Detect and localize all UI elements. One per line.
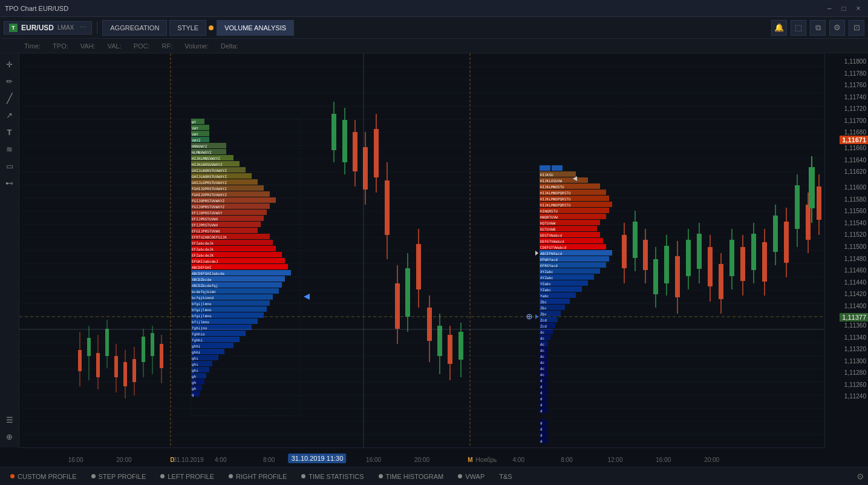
svg-text:dc: dc [540,336,545,340]
svg-rect-120 [331,114,336,150]
svg-rect-128 [374,129,379,177]
pencil-tool[interactable]: ✏ [2,74,17,88]
svg-text:HIJKLMNOPQRSTU: HIJKLMNOPQRSTU [540,191,571,195]
bottom-tab-vwap[interactable]: VWAP [451,470,491,483]
volume-analysis-button[interactable]: VOLUME ANALYSIS [217,20,294,36]
close-button[interactable]: × [853,4,863,13]
svg-text:EFZabcdeJk: EFZabcdeJk [192,247,214,251]
bottom-tab-custom-profile[interactable]: CUSTOM PROFILE [4,470,83,483]
svg-text:EFGIJPRSTUVWX: EFGIJPRSTUVWX [192,229,220,233]
svg-text:dc: dc [540,342,545,346]
price-axis: 1,118001,117801,117601,117401,117201,117… [824,53,868,447]
svg-rect-138 [427,308,432,341]
bottom-tab-left-profile[interactable]: LEFT PROFILE [154,470,221,483]
svg-rect-256 [697,234,702,269]
symbol-settings-icon[interactable]: ⋯ [80,24,86,31]
svg-rect-278 [809,167,815,208]
symbol-selector[interactable]: T EUR/USD LMAX ⋯ [4,21,92,35]
svg-text:fghijno: fghijno [192,326,207,331]
svg-text:HIJKSU: HIJKSU [540,173,553,177]
svg-rect-20 [142,337,145,362]
svg-text:ghhi: ghhi [192,344,201,349]
svg-text:Zbc: Zbc [540,300,547,304]
svg-rect-24 [160,344,163,368]
svg-text:EFWXYacd: EFWXYacd [540,257,558,262]
arrow-tool[interactable]: ↗ [2,108,17,122]
volume-label: Volume: [184,42,209,50]
svg-text:XBCDZbcde: XBCDZbcde [192,277,212,282]
svg-rect-134 [405,268,410,317]
style-button[interactable]: STYLE [169,20,206,36]
svg-text:VWY: VWY [192,132,198,136]
tab-label: LEFT PROFILE [168,473,214,480]
svg-text:Zbc: Zbc [540,306,547,310]
cursor-tool[interactable]: ✛ [2,57,17,71]
svg-rect-122 [342,120,347,162]
svg-text:HMNVWYZ: HMNVWYZ [192,144,207,148]
bottom-tabs: CUSTOM PROFILESTEP PROFILELEFT PROFILERI… [0,467,868,485]
bottom-settings-icon[interactable]: ⚙ [857,472,864,481]
info-bar: Time: TPO: VAH: VAL: POC: RF: Volume: De… [0,39,868,53]
price-label: 1,11760 [844,82,866,88]
svg-text:GHIJLNORSTUVWXYZ: GHIJLNORSTUVWXYZ [192,174,227,179]
chart-canvas: WY VWY VWY VWYZ HMNVWYZ HLMNVWXYZ H [19,53,824,447]
line-tool[interactable]: ╱ [2,91,17,105]
svg-text:bfgijlmno: bfgijlmno [192,314,212,318]
fib-tool[interactable]: ≋ [2,142,17,156]
time-label: 4:00 [215,457,226,463]
toolbar: T EUR/USD LMAX ⋯ AGGREGATION STYLE VOLUM… [0,17,868,39]
tab-dot [458,474,462,478]
svg-text:ghi: ghi [192,368,198,373]
toolbar-right: 🔔 ⬚ ⧉ ⚙ ⊡ [771,20,864,36]
svg-text:ABCEFWXacd: ABCEFWXacd [540,251,563,256]
svg-rect-1 [19,53,824,447]
svg-text:d: d [540,427,543,431]
alert-icon-btn[interactable]: 🔔 [771,20,787,36]
time-label: 8:00 [561,457,572,463]
bottom-tab-step-profile[interactable]: STEP PROFILE [85,470,153,483]
svg-rect-258 [708,247,713,286]
tab-label: TIME HISTOGRAM [386,473,444,480]
info-vah: VAH: [80,42,96,50]
tab-label: TIME STATISTICS [308,473,364,480]
svg-text:HIJKLMNOPQRSTU: HIJKLMNOPQRSTU [540,203,571,207]
compare-icon-btn[interactable]: ⧉ [810,20,826,36]
settings-icon-btn[interactable]: ⚙ [829,20,845,36]
snapshot-icon-btn[interactable]: ⬚ [791,20,806,36]
price-label: 1,11280 [844,369,866,376]
list-tool[interactable]: ☰ [2,412,17,427]
add-tool[interactable]: ⊕ [2,429,17,444]
svg-text:DEFGTVWabcd: DEFGTVWabcd [540,239,564,243]
svg-rect-150 [552,165,563,171]
svg-text:ghhi: ghhi [192,350,201,355]
bottom-tab-time-histogram[interactable]: TIME HISTOGRAM [372,470,451,483]
aggregation-button[interactable]: AGGREGATION [102,20,167,36]
bottom-tab-t&s[interactable]: T&S [492,470,518,483]
svg-text:GHIJLOPRSTUVWXYZ: GHIJLOPRSTUVWXYZ [192,180,227,185]
bottom-tab-right-profile[interactable]: RIGHT PROFILE [222,470,293,483]
rf-label: RF: [162,42,173,50]
svg-text:bcdefqjkimn: bcdefqjkimn [192,289,216,294]
fullscreen-icon-btn[interactable]: ⊡ [849,20,864,36]
text-tool[interactable]: T [2,125,17,139]
svg-text:EFRTUZABCDEFGIJK: EFRTUZABCDEFGIJK [192,235,227,239]
price-label: 1,11640 [844,156,866,163]
chart-area[interactable]: WY VWY VWY VWYZ HMNVWYZ HLMNVWXYZ H [19,53,824,447]
maximize-button[interactable]: □ [839,4,849,13]
price-label: 1,11540 [844,219,866,226]
svg-rect-22 [151,333,154,356]
tab-label: STEP PROFILE [99,473,146,480]
bottom-tab-time-statistics[interactable]: TIME STATISTICS [295,470,370,483]
svg-rect-280 [817,186,821,220]
svg-text:XBCDZbcdefqj: XBCDZbcdefqj [192,283,218,288]
measure-tool[interactable]: ⊷ [2,176,17,190]
time-label: 20:00 [117,457,132,463]
svg-text:HIJKLMNOPQRSTU: HIJKLMNOPQRSTU [540,197,571,201]
svg-rect-14 [114,356,118,377]
rect-tool[interactable]: ▭ [2,159,17,173]
svg-text:XYZabc: XYZabc [540,269,553,274]
minimize-button[interactable]: – [824,4,834,13]
symbol-icon: T [9,24,18,32]
info-volume: Volume: [184,42,209,50]
main-area: ✛ ✏ ╱ ↗ T ≋ ▭ ⊷ ☰ ⊕ [0,53,868,447]
